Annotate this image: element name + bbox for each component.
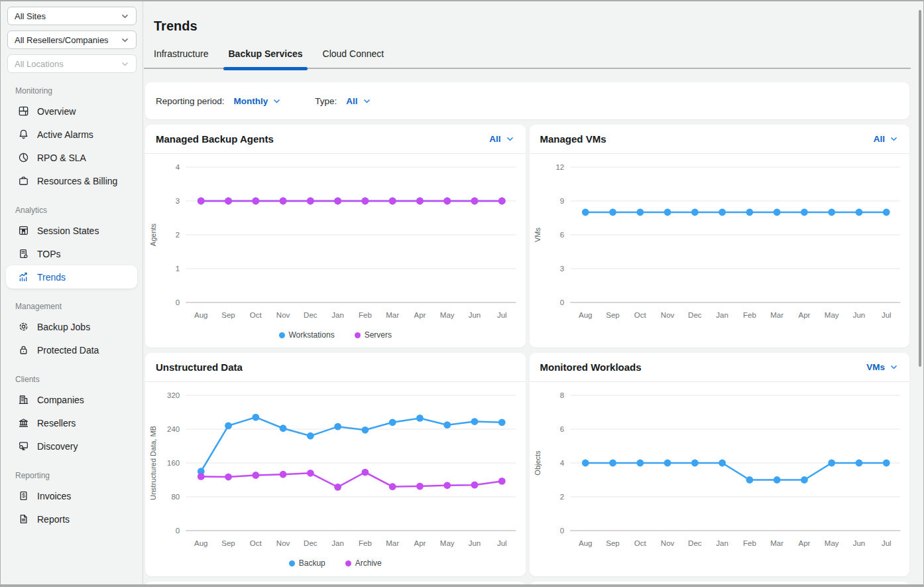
sidebar-item-discovery[interactable]: Discovery	[6, 434, 137, 458]
x-tick-label: Jun	[852, 311, 865, 319]
data-point[interactable]	[471, 198, 479, 205]
tab-backup-services[interactable]: Backup Services	[228, 48, 302, 68]
tab-cloud-connect[interactable]: Cloud Connect	[323, 48, 384, 68]
data-point[interactable]	[855, 460, 862, 467]
data-point[interactable]	[307, 198, 314, 205]
legend-item-servers[interactable]: Servers	[355, 330, 392, 340]
data-point[interactable]	[416, 415, 424, 422]
legend-item-workstations[interactable]: Workstations	[279, 330, 335, 340]
sidebar-item-session-states[interactable]: Session States	[6, 219, 137, 242]
legend-item-archive[interactable]: Archive	[345, 558, 382, 568]
data-point[interactable]	[225, 423, 232, 430]
data-point[interactable]	[334, 198, 341, 205]
data-point[interactable]	[443, 421, 451, 428]
data-point[interactable]	[498, 198, 506, 205]
data-point[interactable]	[471, 482, 479, 489]
data-point[interactable]	[828, 460, 835, 467]
data-point[interactable]	[389, 419, 396, 426]
data-point[interactable]	[280, 424, 287, 432]
data-point[interactable]	[252, 414, 259, 421]
y-tick-label: 8	[559, 391, 563, 399]
sidebar-item-resources-billing[interactable]: Resources & Billing	[6, 169, 137, 192]
chevron-down-icon	[889, 362, 899, 372]
sidebar-item-invoices[interactable]: $Invoices	[6, 484, 137, 507]
sidebar-item-trends[interactable]: Trends	[6, 265, 137, 289]
data-point[interactable]	[416, 198, 424, 205]
data-point[interactable]	[581, 209, 589, 216]
y-axis-label: VMs	[534, 228, 542, 243]
sidebar-item-active-alarms[interactable]: Active Alarms	[6, 123, 137, 146]
chart-plot: 080160240320AugSepOctNovDecJanFebMarAprM…	[145, 382, 526, 554]
data-point[interactable]	[746, 209, 753, 216]
data-point[interactable]	[361, 469, 369, 476]
chart-filter-dropdown[interactable]: All	[874, 134, 899, 144]
x-tick-label: Dec	[688, 311, 702, 319]
data-point[interactable]	[252, 198, 259, 205]
data-point[interactable]	[882, 460, 890, 467]
data-point[interactable]	[198, 473, 205, 480]
data-point[interactable]	[773, 209, 780, 216]
data-point[interactable]	[225, 474, 232, 481]
bell-icon	[18, 129, 29, 140]
data-point[interactable]	[443, 482, 451, 489]
reporting-period-dropdown[interactable]: Monthly	[234, 96, 282, 106]
filter-select-all-resellers-companies[interactable]: All Resellers/Companies	[7, 31, 137, 49]
chart-filter-dropdown[interactable]: All	[489, 134, 514, 144]
data-point[interactable]	[664, 209, 671, 216]
data-point[interactable]	[443, 198, 451, 205]
sidebar-item-companies[interactable]: Companies	[6, 388, 137, 411]
data-point[interactable]	[636, 209, 644, 216]
data-point[interactable]	[225, 198, 232, 205]
data-point[interactable]	[334, 484, 341, 491]
data-point[interactable]	[719, 209, 726, 216]
sidebar-item-protected-data[interactable]: Protected Data	[6, 338, 137, 361]
data-point[interactable]	[691, 209, 698, 216]
y-tick-label: 1	[176, 265, 180, 273]
filter-select-all-sites[interactable]: All Sites	[7, 7, 137, 25]
sidebar-item-reports[interactable]: Reports	[6, 507, 137, 531]
data-point[interactable]	[416, 483, 424, 490]
data-point[interactable]	[746, 476, 753, 484]
data-point[interactable]	[334, 423, 341, 430]
data-point[interactable]	[636, 460, 644, 467]
legend-item-backup[interactable]: Backup	[289, 558, 325, 568]
sidebar-item-tops[interactable]: TOPs	[6, 242, 137, 265]
sidebar-item-resellers[interactable]: Resellers	[6, 411, 137, 434]
data-point[interactable]	[280, 471, 287, 478]
type-label: Type:	[315, 96, 337, 106]
data-point[interactable]	[198, 198, 205, 205]
sidebar-item-rpo-sla[interactable]: RPO & SLA	[6, 146, 137, 169]
data-point[interactable]	[252, 472, 259, 479]
data-point[interactable]	[280, 198, 287, 205]
data-point[interactable]	[389, 198, 396, 205]
data-point[interactable]	[609, 209, 616, 216]
chart-filter-dropdown[interactable]: VMs	[866, 362, 899, 372]
data-point[interactable]	[307, 432, 314, 440]
x-tick-label: Feb	[742, 539, 756, 547]
sidebar-item-backup-jobs[interactable]: Backup Jobs	[6, 315, 137, 338]
data-point[interactable]	[609, 460, 616, 467]
data-point[interactable]	[389, 483, 396, 490]
data-point[interactable]	[498, 478, 506, 485]
data-point[interactable]	[801, 476, 808, 484]
sidebar-item-overview[interactable]: Overview	[6, 99, 137, 123]
legend-label: Archive	[355, 558, 382, 568]
x-tick-label: Aug	[579, 539, 592, 547]
data-point[interactable]	[882, 209, 890, 216]
data-point[interactable]	[664, 460, 671, 467]
type-dropdown[interactable]: All	[346, 96, 371, 106]
data-point[interactable]	[719, 460, 726, 467]
data-point[interactable]	[691, 460, 698, 467]
data-point[interactable]	[773, 476, 780, 484]
data-point[interactable]	[498, 419, 506, 426]
data-point[interactable]	[471, 418, 479, 425]
data-point[interactable]	[307, 470, 314, 477]
data-point[interactable]	[361, 426, 369, 434]
data-point[interactable]	[855, 209, 862, 216]
data-point[interactable]	[801, 209, 808, 216]
data-point[interactable]	[828, 209, 835, 216]
tab-infrastructure[interactable]: Infrastructure	[154, 48, 208, 68]
data-point[interactable]	[581, 460, 589, 467]
vertical-scrollbar-thumb[interactable]	[919, 10, 921, 367]
data-point[interactable]	[361, 198, 369, 205]
